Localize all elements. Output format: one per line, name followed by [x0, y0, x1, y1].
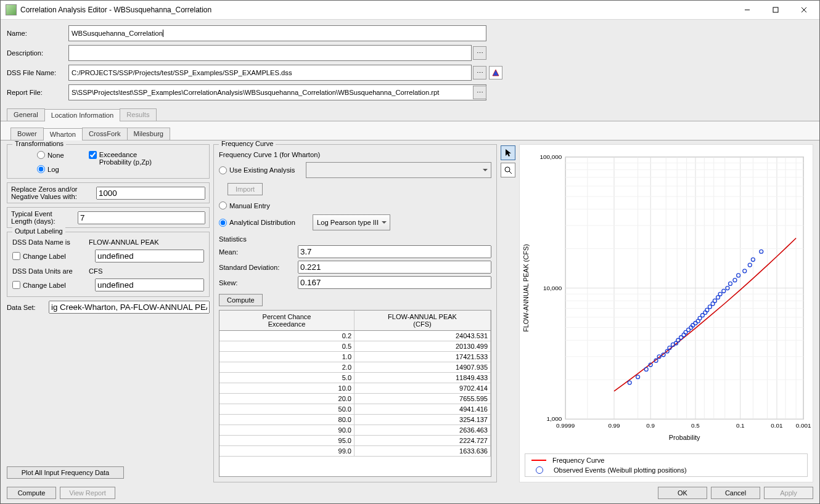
main-tabs: General Location Information Results — [1, 106, 819, 121]
distribution-select[interactable]: Log Pearson type III — [313, 214, 390, 230]
report-field[interactable]: S\SSP\Projects\test\SSP_Examples\Correla… — [68, 84, 486, 100]
check-change-label-2[interactable]: Change Label — [12, 281, 84, 289]
output-labeling-group: Output Labeling DSS Data Name is FLOW-AN… — [7, 232, 210, 297]
apply-button: Apply — [764, 487, 813, 499]
loc-tab-crossfork[interactable]: CrossFork — [82, 128, 128, 140]
dss-name-is-label: DSS Data Name is — [12, 238, 84, 246]
table-row[interactable]: 90.02636.463 — [219, 425, 491, 436]
legend-obs-label: Observed Events (Weibull plotting positi… — [554, 466, 687, 474]
svg-text:0.99: 0.99 — [608, 422, 620, 429]
minimize-button[interactable] — [733, 1, 761, 18]
svg-text:1,000: 1,000 — [547, 415, 562, 422]
row-desc: Description: ⋯ — [1, 43, 819, 63]
cancel-button[interactable]: Cancel — [711, 487, 760, 499]
chart-legend: Frequency Curve Observed Events (Weibull… — [525, 453, 808, 477]
titlebar: Correlation Analysis Editor - WBSusqueha… — [1, 1, 819, 20]
dss-browse-button[interactable]: ⋯ — [473, 66, 486, 79]
radio-none[interactable]: None — [37, 151, 64, 159]
replace-label-2: Negative Values with: — [11, 193, 91, 200]
view-report-button: View Report — [60, 487, 115, 499]
loc-tab-wharton[interactable]: Wharton — [43, 128, 83, 140]
check-exceedance[interactable]: Exceedance Probability (p,Zp) — [89, 151, 167, 173]
row-name: Name: WBSusquehanna_Correlation — [1, 23, 819, 43]
chart-tools — [501, 144, 515, 482]
row-report: Report File: S\SSP\Projects\test\SSP_Exa… — [1, 83, 819, 102]
table-row[interactable]: 99.01633.636 — [219, 446, 491, 457]
window-title: Correlation Analysis Editor - WBSusqueha… — [20, 6, 733, 14]
zoom-tool[interactable] — [501, 163, 515, 177]
svg-text:0.01: 0.01 — [771, 422, 783, 429]
svg-text:0.9999: 0.9999 — [556, 422, 575, 429]
dss-units-value: CFS — [89, 267, 102, 275]
name-field[interactable]: WBSusquehanna_Correlation — [68, 25, 486, 41]
svg-text:100,000: 100,000 — [540, 153, 562, 160]
typical-label-1: Typical Event — [11, 210, 73, 217]
svg-text:0.5: 0.5 — [691, 422, 700, 429]
app-window: Correlation Analysis Editor - WBSusqueha… — [0, 0, 820, 504]
table-row[interactable]: 5.011849.433 — [219, 373, 491, 383]
statistics-label: Statistics — [219, 235, 491, 243]
client-area: Name: WBSusquehanna_Correlation Descript… — [1, 20, 819, 503]
svg-point-1 — [505, 167, 510, 172]
radio-analytical[interactable]: Analytical Distribution — [219, 219, 295, 227]
replace-value[interactable] — [96, 187, 205, 200]
radio-manual-entry[interactable]: Manual Entry — [219, 201, 270, 209]
sd-label: Standard Deviation: — [219, 264, 293, 271]
name-value: WBSusquehanna_Correlation — [72, 30, 163, 37]
report-browse-button[interactable]: ⋯ — [473, 86, 486, 99]
table-row[interactable]: 10.09702.414 — [219, 383, 491, 394]
main-area: Transformations None Log Exceedance Prob… — [1, 140, 819, 482]
import-button: Import — [228, 183, 263, 195]
freq-compute-button[interactable]: Compute — [219, 294, 263, 306]
tab-location-information[interactable]: Location Information — [44, 109, 120, 121]
table-row[interactable]: 0.520130.499 — [219, 341, 491, 352]
legend-swatch-line — [531, 460, 546, 461]
pointer-tool[interactable] — [501, 145, 515, 160]
plot-all-button[interactable]: Plot All Input Frequency Data — [7, 466, 124, 479]
tab-results: Results — [120, 108, 156, 121]
desc-field[interactable] — [68, 45, 472, 61]
dss-field[interactable]: C:/PROJECTS/SSP/Projects/test/SSP_Exampl… — [68, 65, 472, 81]
left-column: Transformations None Log Exceedance Prob… — [7, 144, 210, 482]
frequency-curve-group: Frequency Curve Frequency Curve 1 (for W… — [213, 144, 497, 482]
table-row[interactable]: 80.03254.137 — [219, 415, 491, 425]
sd-input[interactable] — [298, 261, 491, 274]
replace-zeros-row: Replace Zeros and/or Negative Values wit… — [7, 182, 210, 203]
table-row[interactable]: 50.04941.416 — [219, 404, 491, 415]
desc-browse-button[interactable]: ⋯ — [473, 46, 486, 60]
loc-tab-bower[interactable]: Bower — [10, 128, 44, 140]
name-label: Name: — [7, 30, 68, 37]
table-row[interactable]: 20.07655.595 — [219, 394, 491, 404]
dss-plot-button[interactable] — [489, 66, 502, 79]
tab-general[interactable]: General — [7, 108, 45, 121]
existing-analysis-select — [306, 162, 491, 178]
table-row[interactable]: 0.224043.531 — [219, 331, 491, 341]
ok-button[interactable]: OK — [658, 487, 707, 499]
change-label-2-value — [95, 278, 204, 291]
svg-text:0.1: 0.1 — [736, 422, 745, 429]
report-label: Report File: — [7, 89, 68, 96]
compute-button[interactable]: Compute — [7, 487, 56, 499]
change-label-1-value — [95, 250, 204, 262]
chart-panel: 0.99990.990.90.50.10.010.001100,00010,00… — [519, 144, 813, 482]
table-row[interactable]: 2.014907.935 — [219, 362, 491, 373]
maximize-button[interactable] — [761, 1, 790, 18]
svg-text:0.9: 0.9 — [646, 422, 655, 429]
radio-use-existing[interactable]: Use Existing Analysis — [219, 166, 295, 174]
check-change-label-1[interactable]: Change Label — [12, 252, 84, 260]
close-button[interactable] — [790, 1, 818, 18]
app-icon — [6, 4, 17, 15]
svg-text:FLOW-ANNUAL PEAK (CFS): FLOW-ANNUAL PEAK (CFS) — [522, 244, 530, 332]
dss-label: DSS File Name: — [7, 69, 68, 76]
table-row[interactable]: 95.02224.727 — [219, 436, 491, 446]
typical-label-2: Length (days): — [11, 217, 73, 225]
svg-text:Probability: Probability — [669, 434, 700, 441]
legend-curve-label: Frequency Curve — [552, 457, 604, 464]
skew-input[interactable] — [298, 276, 491, 289]
mean-input[interactable] — [298, 245, 491, 258]
loc-tab-milesburg[interactable]: Milesburg — [127, 128, 171, 140]
radio-log[interactable]: Log — [37, 165, 64, 173]
typical-value[interactable] — [78, 211, 205, 224]
dss-name-value: FLOW-ANNUAL PEAK — [89, 238, 159, 246]
table-row[interactable]: 1.017421.533 — [219, 352, 491, 362]
